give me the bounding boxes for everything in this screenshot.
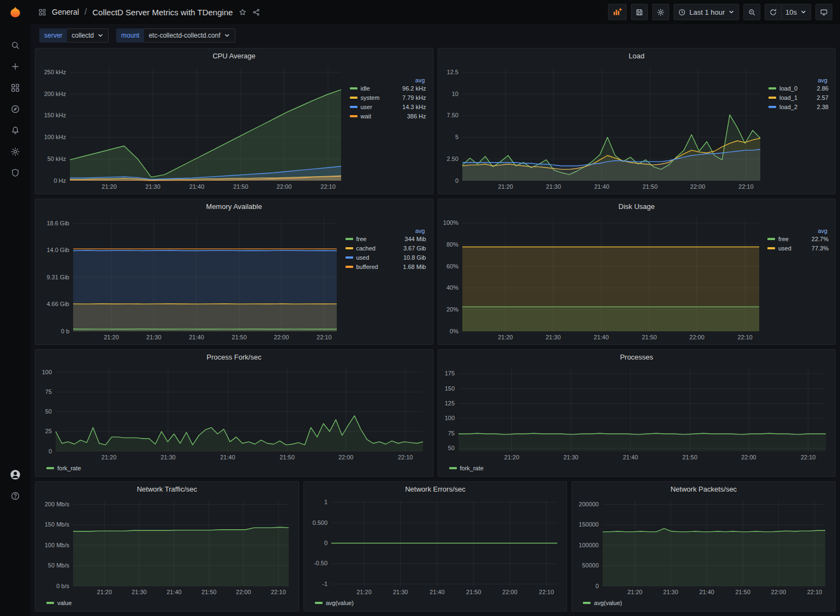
panel-title[interactable]: Load — [438, 49, 836, 63]
chart-canvas[interactable]: 0%20%40%60%80%100%21:2021:3021:4021:5022… — [442, 213, 766, 342]
svg-text:21:30: 21:30 — [563, 454, 579, 460]
legend-avg-header: avg — [345, 228, 426, 234]
legend-item[interactable]: wait — [361, 113, 372, 119]
panel-title[interactable]: Memory Available — [35, 199, 433, 213]
monitor-icon — [820, 8, 828, 16]
legend-item[interactable]: buffered — [356, 264, 378, 270]
svg-text:25: 25 — [45, 428, 52, 434]
legend-item[interactable]: load_1 — [779, 94, 797, 101]
legend-item[interactable]: user — [361, 104, 372, 110]
panel-title[interactable]: Network Traffic/sec — [35, 482, 299, 496]
chart-canvas[interactable]: 507510012515017521:2021:3021:4021:5022:0… — [442, 364, 832, 462]
svg-text:0: 0 — [49, 448, 52, 454]
legend-row: avg(value) — [315, 600, 354, 606]
variables-row: server collectd mount etc-collectd-colle… — [31, 24, 840, 47]
svg-text:21:20: 21:20 — [628, 589, 643, 595]
chart-canvas[interactable]: -1-0.5000.500121:2021:3021:4021:5022:002… — [307, 496, 564, 597]
chart-canvas[interactable]: 0 b4.66 Gib9.31 Gib14.0 Gib18.6 Gib21:20… — [39, 213, 343, 342]
legend-row: cached3.67 Gib — [345, 245, 426, 252]
svg-text:21:40: 21:40 — [189, 334, 204, 340]
grafana-logo[interactable] — [0, 0, 31, 25]
star-icon[interactable] — [239, 8, 247, 16]
svg-text:50: 50 — [45, 408, 52, 415]
panel-title[interactable]: Network Errors/sec — [304, 482, 567, 496]
svg-text:100000: 100000 — [579, 542, 599, 548]
svg-text:50: 50 — [448, 445, 454, 451]
main-area: General / CollectD Server Metrics with T… — [31, 0, 840, 616]
svg-text:200 Mb/s: 200 Mb/s — [45, 501, 70, 507]
svg-text:21:30: 21:30 — [663, 589, 678, 595]
legend-item[interactable]: free — [356, 236, 367, 242]
breadcrumb-folder[interactable]: General — [52, 8, 79, 16]
svg-text:21:50: 21:50 — [642, 183, 658, 190]
alerting-icon[interactable] — [7, 122, 24, 139]
legend-item[interactable]: fork_rate — [57, 465, 81, 471]
refresh-button[interactable] — [765, 4, 782, 20]
zoom-out-button[interactable] — [743, 4, 760, 20]
legend-item[interactable]: load_2 — [779, 104, 797, 110]
dashboard-grid: CPU Average 0 Hz50 kHz100 kHz150 kHz200 … — [31, 47, 840, 616]
legend-value: 96.2 kHz — [402, 85, 426, 92]
legend-item[interactable]: avg(value) — [594, 600, 622, 606]
dashboard-settings-button[interactable] — [652, 4, 669, 20]
legend-item[interactable]: load_0 — [779, 85, 797, 92]
variable-mount-select[interactable]: etc-collectd-collectd.conf — [144, 28, 235, 43]
cycle-view-button[interactable] — [815, 4, 832, 20]
svg-text:0: 0 — [595, 583, 599, 589]
legend-series-swatch — [350, 97, 358, 99]
panel-title-text: Load — [629, 52, 645, 60]
chart-canvas[interactable]: 05000010000015000020000021:2021:3021:402… — [575, 496, 832, 597]
refresh-interval-button[interactable]: 10s — [781, 4, 811, 20]
chart-canvas[interactable]: 025507510021:2021:3021:4021:5022:0022:10 — [39, 364, 430, 462]
legend-row: used77.3% — [767, 245, 829, 252]
panel-title[interactable]: CPU Average — [35, 49, 433, 63]
chart-canvas[interactable]: 02.5057.501012.521:2021:3021:4021:5022:0… — [442, 63, 767, 192]
chart-legend: avg(value) — [575, 597, 832, 609]
plus-icon[interactable] — [7, 58, 24, 75]
panel-title[interactable]: Network Packets/sec — [572, 482, 835, 496]
chart-canvas[interactable]: 0 b/s50 Mb/s100 Mb/s150 Mb/s200 Mb/s21:2… — [39, 496, 295, 597]
svg-text:150000: 150000 — [579, 521, 599, 528]
legend-item[interactable]: idle — [361, 85, 370, 92]
panel-title[interactable]: Disk Usage — [438, 199, 836, 213]
settings-icon[interactable] — [7, 143, 24, 160]
chart-canvas[interactable]: 0 Hz50 kHz100 kHz150 kHz200 kHz250 kHz21… — [39, 63, 348, 192]
panel-title[interactable]: Processes — [438, 350, 836, 364]
legend-item[interactable]: system — [361, 94, 380, 101]
svg-text:22:10: 22:10 — [398, 454, 413, 460]
apps-icon[interactable] — [38, 8, 46, 16]
chart-legend: avgfree344 Mibcached3.67 Gibused10.8 Gib… — [343, 213, 430, 342]
shield-icon[interactable] — [7, 165, 24, 181]
time-range-picker[interactable]: Last 1 hour — [674, 4, 739, 20]
legend-series-swatch — [583, 602, 591, 604]
explore-icon[interactable] — [7, 101, 24, 117]
search-icon[interactable] — [7, 37, 24, 53]
panel-title[interactable]: Process Fork/sec — [35, 350, 433, 364]
svg-text:9.31 Gib: 9.31 Gib — [46, 274, 69, 280]
legend-item[interactable]: used — [778, 245, 791, 252]
legend-item[interactable]: cached — [356, 245, 376, 252]
svg-text:22:10: 22:10 — [738, 183, 754, 190]
add-panel-button[interactable] — [608, 4, 627, 20]
legend-row: system7.79 kHz — [350, 94, 426, 101]
legend-row: wait386 Hz — [350, 113, 426, 119]
dashboards-icon[interactable] — [7, 80, 24, 96]
legend-item[interactable]: value — [57, 600, 72, 606]
variable-server-select[interactable]: collectd — [67, 28, 109, 43]
legend-item[interactable]: used — [356, 254, 370, 261]
svg-text:22:10: 22:10 — [737, 334, 753, 340]
legend-item[interactable]: fork_rate — [460, 465, 484, 471]
svg-text:21:30: 21:30 — [393, 589, 408, 595]
share-icon[interactable] — [252, 8, 260, 16]
legend-row: load_12.57 — [768, 94, 829, 101]
save-dashboard-button[interactable] — [631, 4, 648, 20]
dashboard-title[interactable]: CollectD Server Metrics with TDengine — [92, 8, 233, 17]
panel-title-text: Disk Usage — [618, 202, 654, 211]
legend-value: 10.8 Gib — [403, 254, 426, 261]
chevron-down-icon — [800, 9, 807, 15]
legend-item[interactable]: avg(value) — [326, 600, 354, 606]
avatar[interactable] — [7, 467, 24, 483]
help-icon[interactable] — [7, 488, 24, 504]
legend-item[interactable]: free — [778, 236, 789, 242]
svg-text:21:30: 21:30 — [145, 183, 160, 190]
